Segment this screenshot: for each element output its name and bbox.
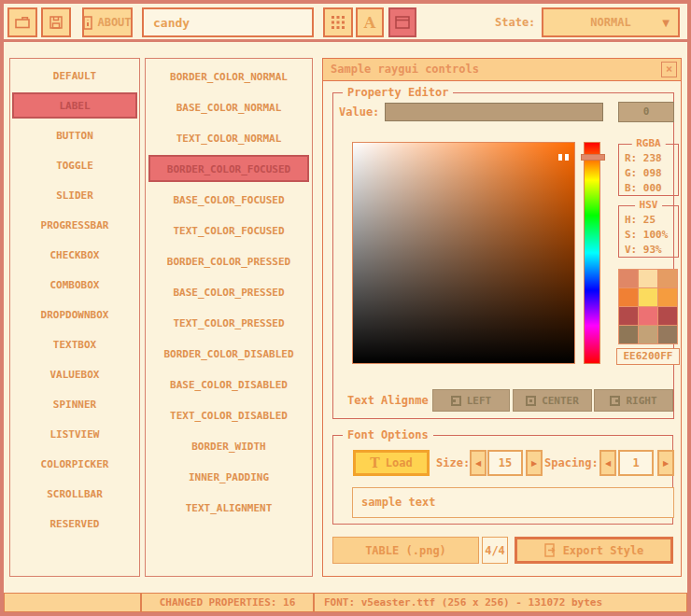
list-item-border_width[interactable]: BORDER_WIDTH bbox=[148, 432, 309, 459]
palette-swatch[interactable] bbox=[619, 270, 638, 287]
arrow-right-icon: ▶ bbox=[663, 459, 669, 468]
palette-swatch[interactable] bbox=[619, 326, 638, 343]
align-left-label: LEFT bbox=[467, 395, 492, 407]
hex-color-input[interactable]: EE6200FF bbox=[616, 348, 680, 365]
list-item-border_color_focused[interactable]: BORDER_COLOR_FOCUSED bbox=[148, 155, 309, 182]
load-font-button[interactable]: T Load bbox=[353, 450, 430, 476]
controls-list: DEFAULTLABELBUTTONTOGGLESLIDERPROGRESSBA… bbox=[9, 58, 140, 577]
color-picker-square[interactable] bbox=[352, 142, 575, 364]
palette-swatch[interactable] bbox=[639, 270, 657, 287]
grid-mode-button[interactable] bbox=[323, 7, 353, 37]
spacing-increase-button[interactable]: ▶ bbox=[657, 450, 674, 476]
palette-swatch[interactable] bbox=[639, 326, 657, 343]
align-center-label: CENTER bbox=[542, 395, 579, 407]
spacing-decrease-button[interactable]: ◀ bbox=[599, 450, 616, 476]
palette-swatch[interactable] bbox=[658, 288, 677, 306]
arrow-left-icon: ◀ bbox=[475, 459, 481, 468]
sample-text-input[interactable]: sample text bbox=[352, 487, 674, 518]
hsv-label: HSV bbox=[635, 199, 663, 211]
list-item-button[interactable]: BUTTON bbox=[12, 122, 137, 148]
list-item-colorpicker[interactable]: COLORPICKER bbox=[12, 451, 137, 477]
list-item-border_color_disabled[interactable]: BORDER_COLOR_DISABLED bbox=[148, 340, 309, 367]
state-label: State: bbox=[495, 7, 535, 37]
list-item-base_color_disabled[interactable]: BASE_COLOR_DISABLED bbox=[148, 371, 309, 398]
align-center-button[interactable]: CENTER bbox=[513, 389, 592, 412]
folder-open-icon bbox=[14, 15, 31, 30]
list-item-reserved[interactable]: RESERVED bbox=[12, 511, 137, 537]
list-item-combobox[interactable]: COMBOBOX bbox=[12, 272, 137, 298]
list-item-label[interactable]: LABEL bbox=[12, 92, 137, 119]
list-item-base_color_focused[interactable]: BASE_COLOR_FOCUSED bbox=[148, 186, 309, 213]
list-item-progressbar[interactable]: PROGRESSBAR bbox=[12, 212, 137, 238]
list-item-dropdownbox[interactable]: DROPDOWNBOX bbox=[12, 301, 137, 328]
list-item-border_color_normal[interactable]: BORDER_COLOR_NORMAL bbox=[148, 63, 309, 90]
align-left-icon bbox=[451, 396, 461, 406]
table-export-button[interactable]: TABLE (.png) bbox=[332, 537, 479, 564]
controls-mode-button[interactable] bbox=[388, 7, 416, 37]
export-icon bbox=[544, 543, 557, 557]
palette-swatch[interactable] bbox=[639, 307, 657, 325]
hue-slider-handle[interactable] bbox=[581, 154, 605, 161]
palette-swatch[interactable] bbox=[639, 288, 657, 306]
list-item-default[interactable]: DEFAULT bbox=[12, 63, 137, 89]
color-palette bbox=[618, 269, 678, 344]
palette-swatch[interactable] bbox=[658, 326, 677, 343]
align-right-button[interactable]: RIGHT bbox=[594, 389, 673, 412]
about-button[interactable]: ABOUT bbox=[82, 7, 133, 37]
list-item-inner_padding[interactable]: INNER_PADDING bbox=[148, 463, 309, 490]
arrow-left-icon: ◀ bbox=[605, 459, 611, 468]
value-slider[interactable] bbox=[385, 103, 603, 121]
sample-window-titlebar[interactable]: Sample raygui controls × bbox=[323, 59, 681, 81]
palette-swatch[interactable] bbox=[619, 288, 638, 306]
size-increase-button[interactable]: ▶ bbox=[526, 450, 543, 476]
align-left-button[interactable]: LEFT bbox=[432, 389, 510, 412]
save-file-button[interactable] bbox=[41, 7, 71, 37]
rguistyler-window: ABOUT A State: NORMAL ▼ bbox=[0, 0, 691, 616]
list-item-text_color_pressed[interactable]: TEXT_COLOR_PRESSED bbox=[148, 309, 309, 336]
color-picker-marker[interactable] bbox=[558, 154, 569, 161]
load-font-label: Load bbox=[386, 456, 413, 469]
list-item-base_color_pressed[interactable]: BASE_COLOR_PRESSED bbox=[148, 278, 309, 305]
spacing-value-box[interactable]: 1 bbox=[618, 450, 654, 476]
list-item-toggle[interactable]: TOGGLE bbox=[12, 152, 137, 178]
style-name-input[interactable] bbox=[142, 7, 314, 37]
size-decrease-button[interactable]: ◀ bbox=[470, 450, 487, 476]
list-item-textbox[interactable]: TEXTBOX bbox=[12, 331, 137, 357]
list-item-valuebox[interactable]: VALUEBOX bbox=[12, 361, 137, 387]
palette-swatch[interactable] bbox=[658, 307, 677, 325]
property-editor-group: Property Editor Value: 0 RGBA R: 238 G: … bbox=[332, 92, 674, 419]
window-icon bbox=[395, 16, 410, 29]
list-item-base_color_normal[interactable]: BASE_COLOR_NORMAL bbox=[148, 93, 309, 120]
rgba-g-value: G: 098 bbox=[619, 167, 678, 180]
sample-controls-window: Sample raygui controls × Property Editor… bbox=[322, 58, 682, 577]
font-mode-button[interactable]: A bbox=[356, 7, 384, 37]
list-item-text_alignment[interactable]: TEXT_ALIGNMENT bbox=[148, 494, 309, 521]
list-item-text_color_disabled[interactable]: TEXT_COLOR_DISABLED bbox=[148, 401, 309, 428]
chevron-down-icon: ▼ bbox=[662, 18, 670, 28]
palette-swatch[interactable] bbox=[619, 307, 638, 325]
status-empty-segment bbox=[4, 593, 141, 612]
size-value-box[interactable]: 15 bbox=[487, 450, 523, 476]
palette-swatch[interactable] bbox=[658, 270, 677, 287]
export-style-button[interactable]: Export Style bbox=[515, 537, 673, 564]
list-item-checkbox[interactable]: CHECKBOX bbox=[12, 242, 137, 268]
font-options-group: Font Options T Load Size: ◀ 15 ▶ Spacing… bbox=[332, 435, 673, 525]
rgba-r-value: R: 238 bbox=[619, 152, 678, 165]
align-right-label: RIGHT bbox=[626, 395, 656, 407]
list-item-slider[interactable]: SLIDER bbox=[12, 182, 137, 208]
list-item-scrollbar[interactable]: SCROLLBAR bbox=[12, 481, 137, 507]
hue-bar[interactable] bbox=[584, 142, 600, 364]
hsv-s-value: S: 100% bbox=[619, 229, 678, 242]
state-dropdown[interactable]: NORMAL ▼ bbox=[542, 7, 680, 37]
property-editor-label: Property Editor bbox=[343, 86, 453, 99]
list-item-border_color_pressed[interactable]: BORDER_COLOR_PRESSED bbox=[148, 247, 309, 274]
value-box[interactable]: 0 bbox=[618, 102, 674, 122]
list-item-spinner[interactable]: SPINNER bbox=[12, 391, 137, 417]
text-alignment-label: Text Alignme bbox=[347, 389, 433, 412]
list-item-text_color_focused[interactable]: TEXT_COLOR_FOCUSED bbox=[148, 217, 309, 244]
list-item-text_color_normal[interactable]: TEXT_COLOR_NORMAL bbox=[148, 124, 309, 151]
status-changed-properties: CHANGED PROPERTIES: 16 bbox=[141, 593, 314, 612]
close-button[interactable]: × bbox=[661, 62, 677, 77]
open-file-button[interactable] bbox=[7, 7, 37, 37]
list-item-listview[interactable]: LISTVIEW bbox=[12, 421, 137, 447]
